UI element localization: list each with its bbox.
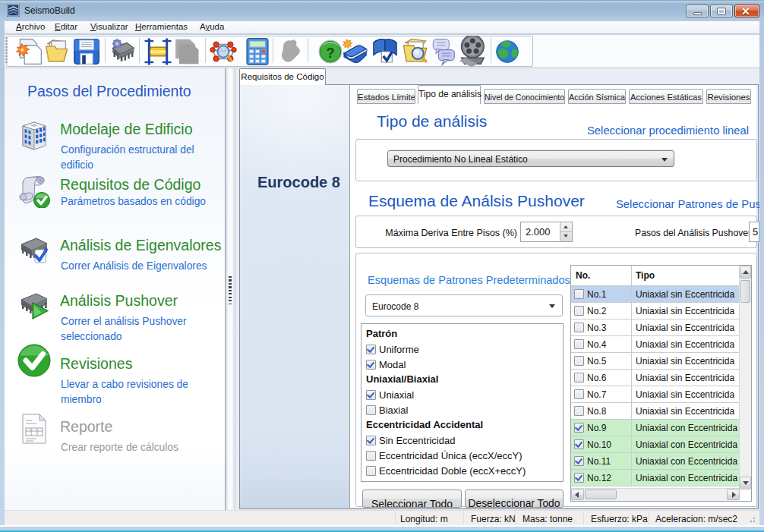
svg-text:?: ?	[327, 46, 335, 61]
